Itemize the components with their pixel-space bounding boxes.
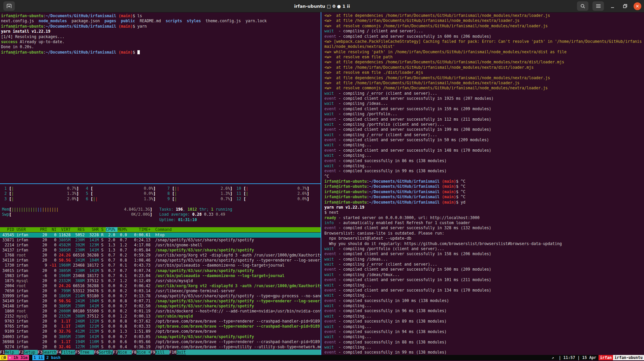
terminal-line: npx browserslist@latest --update-db xyxy=(324,236,644,241)
column-header-pid[interactable]: PID xyxy=(0,227,17,232)
fkey-f6[interactable]: F6SortBy xyxy=(94,350,113,355)
column-header-shr[interactable]: SHR xyxy=(87,227,101,232)
text-segment: - compiled client and server successfull… xyxy=(336,148,491,153)
text-segment: 0:24.13 xyxy=(132,238,155,242)
terminal-line: event - compiled successfully in 99 ms (… xyxy=(324,350,644,355)
text-segment: 0:12.49 xyxy=(132,278,155,283)
process-row[interactable]: 33999 irfan 20 0 1865M 214M 93180 S 0.0 … xyxy=(0,294,321,299)
terminal-line: event - compiled successfully in 96 ms (… xyxy=(324,308,644,313)
column-header-command[interactable]: Command xyxy=(155,227,172,232)
htop-pane[interactable]: 1 [|0.7%] 4 [0.0%] 7 [||2.6%]10 [|0.7%] … xyxy=(0,184,321,355)
process-row[interactable]: 2214 irfan 20 0 4582M 392M 123M S 1.3 1.… xyxy=(0,243,321,248)
column-header-mem[interactable]: MEM% xyxy=(118,227,132,232)
process-row[interactable]: 9763 irfan 20 0 1.1T 246M 121M S 0.0 0.8… xyxy=(0,319,321,324)
fkey-f3[interactable]: F3Search xyxy=(38,350,57,355)
text-segment: S xyxy=(101,268,106,273)
text-segment: S xyxy=(101,243,106,247)
text-segment: 34137 xyxy=(0,248,17,252)
process-row[interactable]: 34015 irfan 20 0 3805M 230M 141M S 0.7 0… xyxy=(0,268,321,273)
tmux-window-inactive[interactable]: 2 bash xyxy=(44,355,63,360)
process-table-header[interactable]: PID USER PRI NI VIRT RES SHR S CPU% MEM%… xyxy=(0,227,321,232)
process-row[interactable]: 9109 irfan 20 0 32.7G 412M 213M S 0.0 1.… xyxy=(0,329,321,334)
process-row[interactable]: 1983 irfan -6 0 1960M 23468 18172 S 0.7 … xyxy=(0,273,321,278)
text-segment: event xyxy=(324,169,336,173)
dev-server-pane[interactable]: <w> at file dependencies /home/irfan/Doc… xyxy=(322,12,644,356)
terminal-line: wait - compiling / (client and server)..… xyxy=(324,29,644,34)
column-header-user[interactable]: USER xyxy=(17,227,40,232)
text-segment: 0.7 xyxy=(106,268,118,273)
fkey-f10[interactable]: F10Quit xyxy=(169,350,186,355)
process-row[interactable]: 34149 irfan 20 0 50.5G 241M 104M S 0.0 0… xyxy=(0,299,321,304)
fkey-f7[interactable]: F7Nice - xyxy=(113,350,132,355)
process-row[interactable]: 34137 irfan 20 0 3805M 230M 141M S 1.3 0… xyxy=(0,248,321,253)
cpu-meter-2: 2 [|1.3%] xyxy=(2,191,79,196)
text-segment: - compiled client and server successfull… xyxy=(336,127,491,132)
column-header-virt[interactable]: VIRT xyxy=(59,227,73,232)
text-segment: [ xyxy=(91,191,93,196)
process-row[interactable]: 2004 root 20 0 24.2G 66516 36288 S 0.0 0… xyxy=(0,283,321,289)
process-row[interactable]: 9765 irfan 20 0 1.1T 246M 121M S 0.0 0.8… xyxy=(0,324,321,329)
column-header-s[interactable]: S xyxy=(101,227,106,232)
fkey-action: Kill xyxy=(155,350,169,355)
process-row[interactable]: 7650 irfan 20 0 799M 53312 39476 S 0.0 0… xyxy=(0,289,321,294)
clock-date: 15 Apr xyxy=(582,355,596,360)
text-segment: [ xyxy=(244,186,246,191)
text-segment: irfan xyxy=(17,324,40,329)
column-header-pri[interactable]: PRI xyxy=(40,227,50,232)
text-segment: 18172 xyxy=(87,263,101,268)
terminal-line: yarn install v1.22.19 xyxy=(1,29,322,34)
process-row[interactable]: 43545 irfan 20 0 11628 5052 3228 R 2.0 0… xyxy=(0,233,321,238)
restore-button[interactable] xyxy=(621,2,630,10)
close-button[interactable]: ✕ xyxy=(634,2,641,10)
text-segment: 36288 xyxy=(87,253,101,258)
process-row[interactable]: 33871 irfan 20 0 3805M 230M 141M S 2.0 0… xyxy=(0,238,321,243)
process-row[interactable]: 34148 irfan 20 0 3805M 230M 141M S 0.0 0… xyxy=(0,304,321,309)
text-segment: event xyxy=(324,308,336,313)
process-row[interactable]: 2152 mysql 20 0 2332M 388M 37512 S 0.0 1… xyxy=(0,314,321,319)
process-row[interactable]: 34003 irfan 20 0 3805M 230M 141M S 0.0 0… xyxy=(0,334,321,339)
fkey-f4[interactable]: F4Filter xyxy=(57,350,75,355)
terminal-line: event - compiled client and server succe… xyxy=(324,96,644,101)
process-row[interactable]: 36988 irfan 20 0 1.1T 194M 110M S 0.0 0.… xyxy=(0,339,321,344)
process-row[interactable]: 1730 irfan 9 -11 1960M 23468 18172 S 0.7… xyxy=(0,263,321,268)
fkey-f1[interactable]: F1Help xyxy=(0,350,19,355)
column-header-res[interactable]: RES xyxy=(73,227,87,232)
fkey-f9[interactable]: F9Kill xyxy=(151,350,169,355)
column-header-cpu[interactable]: CPU% xyxy=(106,227,118,232)
text-segment: 55500 xyxy=(87,309,101,313)
text-segment: 213M xyxy=(87,329,101,334)
terminal-line: ^C xyxy=(324,174,644,179)
process-row[interactable]: 9274 irfan 20 0 32.4G 127M 100M S 0.0 0.… xyxy=(0,344,321,350)
terminal-line: success Already up-to-date. xyxy=(1,39,322,44)
text-segment: 2.0 xyxy=(106,238,118,242)
terminal-line: info - automatically enabled Fast Refres… xyxy=(324,220,644,225)
new-tab-button[interactable] xyxy=(3,1,15,11)
search-button[interactable] xyxy=(577,1,588,11)
process-row[interactable]: 1860 root 20 0 2000M 80180 55500 S 0.0 0… xyxy=(0,309,321,314)
tmux-session-flag[interactable]: □0 xyxy=(0,355,7,360)
process-row[interactable]: 1768 root 20 0 24.2G 66516 36288 S 0.7 0… xyxy=(0,253,321,258)
text-segment: 50.5G xyxy=(59,258,73,263)
tmux-uptime-segment: ↑ 1h 31m xyxy=(7,355,29,360)
shell-pane[interactable]: irfan@irfan-ubuntu:~/Documents/GitHub/ir… xyxy=(0,12,322,184)
process-row[interactable]: 1875 mysql 20 0 2332M 388M 37512 S 0.7 1… xyxy=(0,278,321,283)
vertical-pane-divider[interactable] xyxy=(321,12,321,355)
text-segment: - compiling... xyxy=(336,345,372,350)
column-header-ni[interactable]: NI xyxy=(50,227,59,232)
fkey-f8[interactable]: F8Nice + xyxy=(132,350,151,355)
minimize-button[interactable] xyxy=(608,2,617,10)
text-segment: 0 xyxy=(50,268,59,273)
fkey-f2[interactable]: F2Setup xyxy=(19,350,38,355)
tmux-window-active[interactable]: 1 ii xyxy=(32,355,44,360)
text-segment: S xyxy=(101,299,106,303)
text-segment: ~/Documents/GitHub/irfanismail xyxy=(369,200,440,205)
text-segment: 66516 xyxy=(73,253,87,258)
fkey-f5[interactable]: F5Tree xyxy=(75,350,94,355)
menu-button[interactable] xyxy=(592,1,604,11)
fkey-action: Tree xyxy=(80,350,94,355)
text-segment: irfan@irfan-ubuntu xyxy=(324,184,367,189)
process-row[interactable]: 34110 irfan 20 0 50.5G 241M 104M S 0.7 0… xyxy=(0,258,321,263)
column-header-time[interactable]: TIME+ xyxy=(132,227,155,232)
text-segment: 36288 xyxy=(87,283,101,288)
text-segment: <w> at file dependencies /home/irfan/Doc… xyxy=(324,13,550,18)
